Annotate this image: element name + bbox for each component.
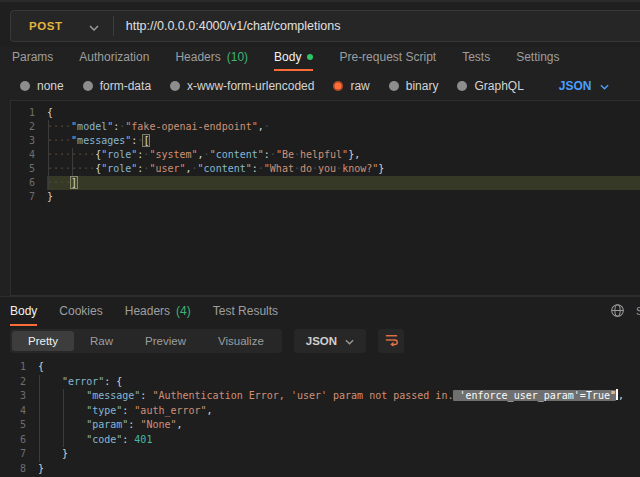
code-token: "messages" [71, 135, 131, 146]
code-line[interactable]: } [38, 447, 640, 462]
request-body-editor[interactable]: 1234567 {····"model":·"fake-openai-endpo… [10, 100, 640, 296]
code-token: "model" [71, 121, 113, 132]
body-type-x-www-form-urlencoded[interactable]: x-www-form-urlencoded [170, 79, 314, 93]
code-token: · [264, 121, 270, 132]
chevron-down-icon [345, 335, 354, 347]
url-input[interactable] [114, 19, 640, 33]
code-token: : [122, 405, 134, 416]
code-line[interactable]: "message": "Authentication Error, 'user'… [38, 389, 640, 404]
selected-text: 'enforce_user_param'=True" [453, 390, 616, 401]
tab-tests[interactable]: Tests [462, 45, 490, 71]
line-number: 7 [11, 190, 35, 204]
tab-test-results[interactable]: Test Results [213, 297, 278, 326]
tab-count-badge: (4) [176, 304, 191, 318]
globe-icon[interactable] [610, 303, 625, 322]
view-mode-raw[interactable]: Raw [74, 331, 129, 351]
code-line[interactable]: { [47, 106, 640, 120]
body-type-none[interactable]: none [20, 79, 64, 93]
body-type-binary[interactable]: binary [389, 79, 439, 93]
view-mode-preview[interactable]: Preview [129, 331, 202, 351]
code-token: [ [143, 135, 149, 146]
code-line[interactable]: "type": "auth_error", [38, 404, 640, 419]
body-type-raw[interactable]: raw [333, 79, 369, 93]
url-bar: POST [10, 10, 640, 42]
code-line[interactable]: ····] [47, 176, 640, 190]
wrap-text-button[interactable] [378, 329, 404, 353]
code-token: you [318, 163, 336, 174]
code-token: "What [264, 163, 294, 174]
line-number: 6 [11, 176, 35, 190]
tab-label: Cookies [59, 304, 102, 318]
code-line[interactable]: ········{"role":·"user",·"content":·"Wha… [47, 162, 640, 176]
view-mode-pretty[interactable]: Pretty [12, 331, 74, 351]
request-code[interactable]: {····"model":·"fake-openai-endpoint",···… [47, 106, 640, 295]
line-number: 2 [0, 375, 26, 390]
code-line[interactable]: "code": 401 [38, 433, 640, 448]
code-line[interactable]: "error": { [38, 375, 640, 390]
response-language-select[interactable]: JSON [294, 329, 366, 353]
code-token: "system" [149, 149, 197, 160]
code-token: { [47, 107, 53, 118]
code-line[interactable]: "param": "None", [38, 418, 640, 433]
tab-body[interactable]: Body [274, 45, 313, 71]
code-token: "param" [86, 419, 128, 430]
code-line[interactable]: ····"model":·"fake-openai-endpoint",· [47, 120, 640, 134]
line-number: 8 [0, 462, 26, 477]
view-mode-visualize[interactable]: Visualize [202, 331, 280, 351]
body-type-graphql[interactable]: GraphQL [457, 79, 523, 93]
modified-dot-icon [307, 54, 313, 60]
code-token: : [122, 434, 134, 445]
view-mode-segmented-control: PrettyRawPreviewVisualize [10, 329, 282, 353]
method-label: POST [29, 20, 63, 32]
tab-params[interactable]: Params [12, 45, 53, 71]
code-token: know?" [342, 163, 378, 174]
tab-cookies[interactable]: Cookies [59, 297, 102, 326]
code-token: "Authentication Error, 'user' param not … [152, 390, 453, 401]
tab-headers[interactable]: Headers(10) [175, 45, 248, 71]
wrap-text-icon [384, 332, 399, 351]
response-body-editor[interactable]: 12345678 { "error": { "message": "Authen… [0, 356, 640, 477]
tab-pre-request-script[interactable]: Pre-request Script [339, 45, 436, 71]
request-tabs: ParamsAuthorizationHeaders(10)BodyPre-re… [0, 45, 640, 71]
indent-guide [72, 148, 73, 176]
radio-icon [170, 81, 180, 91]
response-language-value: JSON [306, 335, 337, 347]
code-token: } [62, 448, 68, 459]
language-select[interactable]: JSON [559, 79, 609, 93]
line-number: 3 [11, 134, 35, 148]
code-line[interactable]: ········{"role":·"system",·"content":·"B… [47, 148, 640, 162]
line-number-gutter: 1234567 [11, 106, 35, 295]
code-token: : { [104, 376, 122, 387]
code-token: { [38, 361, 44, 372]
code-token: "type" [86, 405, 122, 416]
radio-icon [83, 81, 93, 91]
code-token: } [378, 163, 384, 174]
response-code[interactable]: { "error": { "message": "Authentication … [38, 360, 640, 477]
chevron-down-icon [89, 17, 99, 35]
tab-body[interactable]: Body [10, 297, 37, 326]
body-type-form-data[interactable]: form-data [83, 79, 151, 93]
code-token: do [300, 163, 312, 174]
code-token: "fake-openai-endpoint" [125, 121, 257, 132]
line-number: 4 [0, 404, 26, 419]
code-token: 401 [134, 434, 152, 445]
postman-request-window: POST ParamsAuthorizationHeaders(10)BodyP… [0, 0, 640, 477]
code-line[interactable]: } [38, 462, 640, 477]
tab-headers[interactable]: Headers(4) [125, 297, 191, 326]
code-token: "role" [101, 163, 137, 174]
code-token [38, 376, 62, 387]
radio-icon [20, 81, 30, 91]
tab-label: Headers [175, 50, 220, 64]
code-line[interactable]: { [38, 360, 640, 375]
line-number: 6 [0, 433, 26, 448]
tab-settings[interactable]: Settings [516, 45, 559, 71]
code-line[interactable]: } [47, 190, 640, 204]
response-tabs: BodyCookiesHeaders(4)Test Results [0, 296, 640, 326]
indent-guide [48, 120, 49, 190]
method-select[interactable]: POST [11, 17, 113, 35]
code-line[interactable]: ····"messages":·[ [47, 134, 640, 148]
code-token: "error" [62, 376, 104, 387]
code-token: "message" [86, 390, 140, 401]
tab-authorization[interactable]: Authorization [79, 45, 149, 71]
radio-icon [389, 81, 399, 91]
